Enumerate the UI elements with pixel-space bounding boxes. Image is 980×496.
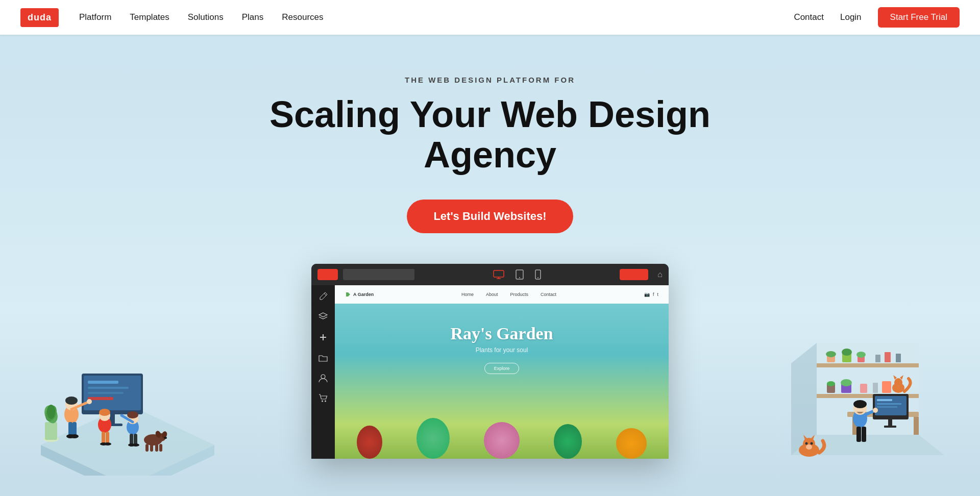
- trees-decoration: [335, 398, 669, 459]
- svg-point-96: [805, 442, 808, 445]
- svg-rect-80: [877, 403, 901, 405]
- site-nav-contact: Contact: [541, 292, 556, 297]
- layers-icon: [318, 312, 328, 322]
- tree-yellow: [616, 428, 647, 459]
- svg-point-19: [70, 434, 79, 438]
- site-preview: A Garden Home About Products Contact 📷 f…: [335, 285, 669, 459]
- browser-content: A Garden Home About Products Contact 📷 f…: [311, 285, 669, 459]
- nav-templates[interactable]: Templates: [130, 12, 169, 22]
- site-nav-products: Products: [510, 292, 529, 297]
- left-illustration: [31, 302, 225, 476]
- nav-right: Contact Login Start Free Trial: [794, 7, 960, 28]
- hero-subtitle: THE WEB DESIGN PLATFORM FOR: [10, 76, 970, 84]
- nav-solutions[interactable]: Solutions: [188, 12, 224, 22]
- browser-frame: ⌂: [311, 264, 669, 459]
- svg-rect-31: [130, 434, 133, 445]
- browser-red-button: [317, 269, 338, 280]
- svg-rect-8: [88, 397, 113, 400]
- hero-title: Scaling Your Web Design Agency: [260, 94, 720, 175]
- nav-contact[interactable]: Contact: [794, 12, 824, 22]
- browser-toolbar: ⌂: [311, 264, 669, 285]
- svg-point-95: [806, 444, 812, 450]
- svg-point-86: [853, 400, 867, 408]
- site-hero-subtitle: Plants for your soul: [345, 346, 658, 354]
- svg-rect-61: [885, 352, 891, 362]
- cart-icon: [318, 393, 328, 404]
- svg-rect-62: [896, 354, 901, 362]
- svg-rect-79: [877, 399, 892, 401]
- svg-rect-60: [875, 355, 880, 362]
- nav-plans[interactable]: Plans: [242, 12, 264, 22]
- svg-rect-16: [68, 422, 72, 436]
- tree-red: [357, 426, 382, 459]
- svg-point-15: [87, 399, 92, 404]
- site-navbar: A Garden Home About Products Contact 📷 f…: [335, 285, 669, 304]
- svg-point-13: [65, 396, 78, 405]
- svg-point-88: [873, 408, 878, 413]
- instagram-icon: 📷: [644, 292, 650, 297]
- site-hero: Ray's Garden Plants for your soul Explor…: [335, 304, 669, 384]
- svg-rect-6: [88, 387, 129, 389]
- svg-point-97: [811, 442, 813, 445]
- folder-icon: [318, 353, 328, 363]
- svg-rect-52: [817, 363, 919, 367]
- svg-point-102: [519, 277, 520, 278]
- start-free-trial-button[interactable]: Start Free Trial: [878, 7, 960, 28]
- twitter-icon: t: [657, 292, 658, 297]
- svg-rect-40: [145, 444, 149, 452]
- site-logo: A Garden: [345, 291, 374, 297]
- svg-rect-69: [882, 381, 891, 393]
- svg-rect-82: [888, 419, 892, 426]
- svg-point-59: [856, 352, 866, 358]
- mobile-icon: [535, 269, 541, 280]
- nav-platform[interactable]: Platform: [79, 12, 111, 22]
- tree-green: [554, 424, 582, 459]
- svg-rect-24: [106, 432, 109, 444]
- browser-address-bar: [343, 269, 414, 280]
- logo[interactable]: duda: [20, 8, 59, 27]
- svg-rect-41: [150, 444, 153, 452]
- nav-login[interactable]: Login: [840, 12, 862, 22]
- svg-rect-67: [860, 384, 867, 393]
- svg-rect-43: [159, 444, 162, 452]
- nav-resources[interactable]: Resources: [282, 12, 323, 22]
- tree-pink: [484, 422, 520, 459]
- svg-rect-5: [88, 381, 118, 384]
- svg-rect-89: [856, 427, 861, 442]
- home-icon: ⌂: [657, 270, 663, 279]
- add-icon: [318, 332, 328, 342]
- tablet-icon: [516, 269, 524, 280]
- svg-rect-17: [72, 422, 77, 436]
- svg-rect-90: [862, 427, 866, 442]
- svg-rect-83: [884, 426, 896, 428]
- svg-point-109: [321, 375, 325, 379]
- browser-red-button-2: [620, 269, 648, 280]
- svg-line-105: [324, 293, 326, 295]
- svg-point-39: [164, 437, 167, 439]
- person-icon: [318, 373, 328, 383]
- svg-rect-42: [155, 444, 158, 452]
- svg-rect-23: [102, 432, 105, 444]
- svg-point-64: [827, 381, 835, 386]
- site-hero-title: Ray's Garden: [345, 324, 658, 343]
- svg-rect-76: [914, 417, 919, 435]
- site-nav-home: Home: [461, 292, 474, 297]
- svg-marker-106: [319, 313, 327, 317]
- svg-rect-7: [88, 392, 124, 394]
- svg-rect-98: [494, 270, 504, 277]
- svg-point-71: [894, 378, 902, 387]
- svg-point-104: [537, 277, 538, 278]
- tree-light-green-1: [416, 418, 450, 459]
- svg-rect-45: [45, 422, 57, 440]
- cta-button[interactable]: Let's Build Websites!: [407, 200, 573, 233]
- svg-point-57: [842, 349, 852, 356]
- desktop-icon: [493, 270, 504, 279]
- pencil-icon: [318, 291, 328, 302]
- svg-point-22: [99, 409, 110, 416]
- site-explore-button: Explore: [484, 363, 520, 374]
- facebook-icon: f: [653, 292, 654, 297]
- svg-rect-32: [134, 434, 137, 445]
- editor-sidebar: [311, 285, 335, 459]
- svg-point-34: [132, 443, 139, 447]
- svg-point-66: [841, 379, 852, 386]
